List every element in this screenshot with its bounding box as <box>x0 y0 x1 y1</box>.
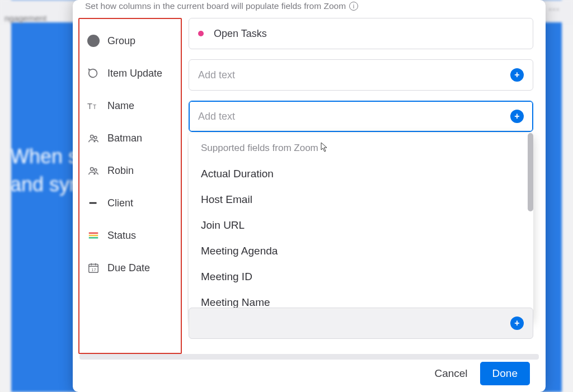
status-lines-icon <box>87 229 100 242</box>
item-update-placeholder: Add text <box>198 69 510 81</box>
bottom-divider <box>79 354 539 360</box>
sidebar-item-label: Group <box>107 35 135 47</box>
cursor-icon <box>321 142 328 154</box>
modal-action-bar: Cancel Done <box>73 360 546 392</box>
field-mapping-main: Open Tasks Add text + Add text + Support… <box>187 18 540 354</box>
sidebar-item-group[interactable]: Group <box>84 25 177 57</box>
add-button[interactable]: + <box>510 68 524 82</box>
svg-rect-9 <box>89 235 98 237</box>
minus-icon <box>87 197 100 209</box>
sidebar-item-label: Name <box>107 100 134 112</box>
calendar-icon: 17 <box>87 262 100 274</box>
text-type-icon: TT <box>87 100 100 112</box>
svg-rect-8 <box>89 233 98 234</box>
sidebar-item-label: Client <box>107 197 133 209</box>
group-color-dot-icon <box>198 31 204 36</box>
more-icon: ⋯ <box>548 2 560 16</box>
chat-icon <box>87 67 100 79</box>
svg-text:17: 17 <box>91 267 96 272</box>
people-icon <box>87 132 100 144</box>
sidebar-item-due-date[interactable]: 17 Due Date <box>84 252 177 284</box>
background-top-label: ngagement <box>4 13 46 23</box>
name-placeholder: Add text <box>198 111 510 122</box>
svg-rect-7 <box>90 202 97 204</box>
sidebar-item-item-update[interactable]: Item Update <box>84 57 177 89</box>
modal-header: Set how columns in the current board wil… <box>73 0 546 15</box>
sidebar-item-label: Robin <box>107 165 134 177</box>
sidebar-item-robin[interactable]: Robin <box>84 154 177 187</box>
svg-text:T: T <box>93 104 96 110</box>
done-button[interactable]: Done <box>480 362 530 385</box>
svg-point-4 <box>94 136 97 139</box>
dropdown-scrollbar[interactable] <box>528 133 533 211</box>
item-update-field-box[interactable]: Add text + <box>189 59 533 91</box>
sidebar-item-label: Status <box>107 230 136 242</box>
dropdown-item-meeting-id[interactable]: Meeting ID <box>189 264 533 290</box>
svg-rect-10 <box>89 237 98 239</box>
sidebar-item-label: Item Update <box>107 68 162 79</box>
column-list-sidebar: Group Item Update TT Name Batman <box>78 18 182 354</box>
lower-add-field-box[interactable]: + <box>189 308 533 339</box>
group-field-value: Open Tasks <box>214 28 267 40</box>
field-mapping-modal: Set how columns in the current board wil… <box>73 0 546 392</box>
group-dot-icon <box>87 35 100 47</box>
sidebar-item-label: Due Date <box>107 262 150 274</box>
sidebar-item-status[interactable]: Status <box>84 219 177 252</box>
background-slide-text: When s and syn <box>10 143 81 199</box>
name-field-box[interactable]: Add text + <box>189 101 533 132</box>
sidebar-item-label: Batman <box>107 133 142 144</box>
svg-point-5 <box>91 168 94 171</box>
add-button[interactable]: + <box>510 110 524 123</box>
dropdown-header: Supported fields from Zoom <box>189 141 533 161</box>
svg-text:T: T <box>87 102 92 111</box>
group-field-box[interactable]: Open Tasks <box>189 18 533 49</box>
sidebar-item-client[interactable]: Client <box>84 187 177 219</box>
info-icon[interactable]: i <box>349 2 358 11</box>
sidebar-item-name[interactable]: TT Name <box>84 89 177 122</box>
add-button[interactable]: + <box>510 317 524 330</box>
dropdown-item-join-url[interactable]: Join URL <box>189 212 533 238</box>
sidebar-item-batman[interactable]: Batman <box>84 122 177 154</box>
dropdown-item-host-email[interactable]: Host Email <box>189 187 533 212</box>
svg-point-6 <box>94 169 97 172</box>
svg-point-3 <box>91 135 94 139</box>
modal-header-text: Set how columns in the current board wil… <box>85 1 346 11</box>
dropdown-item-meeting-agenda[interactable]: Meeting Agenda <box>189 238 533 264</box>
people-icon <box>87 164 100 177</box>
cancel-button[interactable]: Cancel <box>434 367 467 380</box>
dropdown-item-actual-duration[interactable]: Actual Duration <box>189 161 533 187</box>
zoom-fields-dropdown: Supported fields from Zoom Actual Durati… <box>189 133 533 320</box>
